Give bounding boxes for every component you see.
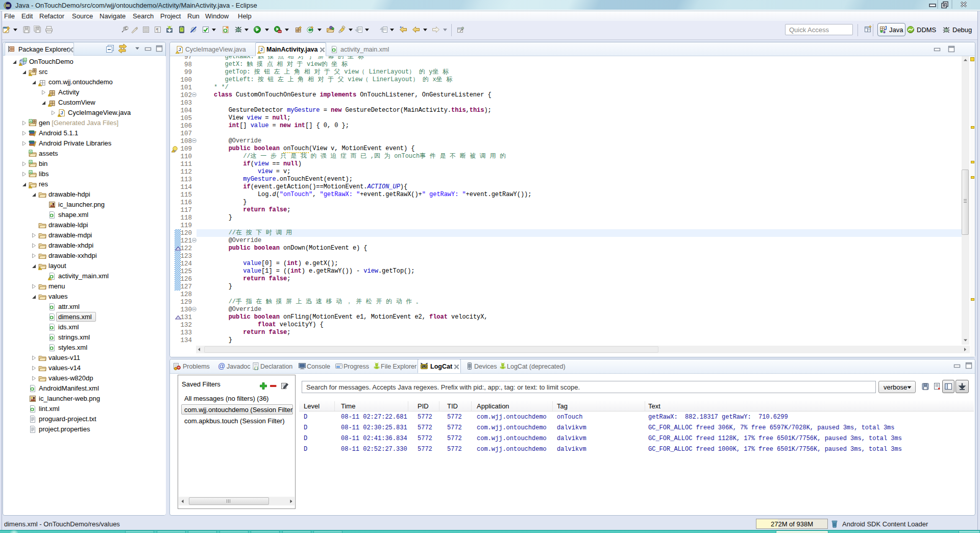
svg-text:J: J (61, 110, 63, 115)
svg-text:J: J (884, 26, 887, 31)
svg-text:J: J (179, 47, 181, 52)
svg-text:J: J (260, 47, 263, 52)
svg-text:@: @ (218, 362, 225, 370)
svg-text:{}: {} (254, 366, 259, 370)
svg-text:¶: ¶ (156, 27, 159, 33)
